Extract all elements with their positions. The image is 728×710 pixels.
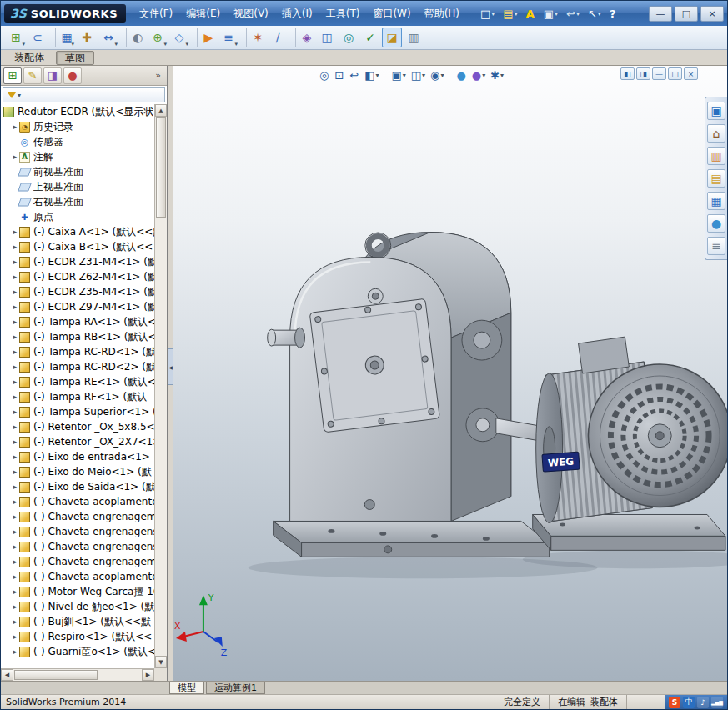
tree-item[interactable]: ▸ (-) Chaveta engrenagem: [1, 554, 154, 569]
assemblyxpert-button[interactable]: ✓: [360, 28, 380, 48]
expand-arrow-icon[interactable]: ▸: [11, 632, 19, 641]
sogou-tray-icon[interactable]: S: [669, 697, 680, 708]
tree-item[interactable]: ▸ (-) Respiro<1> (默认<<: [1, 629, 154, 644]
tree-item[interactable]: ▸ (-) ECDR Z62-M4<1> (默认: [1, 269, 154, 284]
study-tab[interactable]: 模型: [169, 682, 204, 694]
minimize-button[interactable]: —: [649, 6, 672, 22]
help-button[interactable]: ?: [607, 5, 620, 22]
menu-item[interactable]: 文件(F): [133, 3, 179, 24]
undo-button[interactable]: ↩ ▾: [564, 5, 582, 22]
expand-arrow-icon[interactable]: ▸: [11, 242, 19, 251]
expand-arrow-icon[interactable]: ▸: [11, 438, 19, 446]
tree-vertical-scrollbar[interactable]: ▲ ▼: [154, 104, 167, 668]
zoom-area-button[interactable]: ⊡: [332, 67, 347, 83]
tree-item[interactable]: ▸ (-) Eixo de entrada<1>: [1, 449, 154, 464]
large-assembly-mode-button[interactable]: ▥: [404, 28, 424, 48]
tree-horizontal-scrollbar[interactable]: ◀ ▶: [1, 668, 154, 681]
exploded-view-button[interactable]: ✶: [246, 28, 266, 48]
menu-item[interactable]: 编辑(E): [179, 3, 227, 24]
zoom-fit-button[interactable]: ◎: [317, 67, 332, 83]
tree-item[interactable]: ▸ (-) Chaveta acoplamento: [1, 569, 154, 584]
scrollbar-thumb[interactable]: [14, 670, 98, 680]
expand-arrow-icon[interactable]: ▸: [11, 302, 19, 311]
tree-item[interactable]: ▸ (-) Tampa RE<1> (默认<<: [1, 374, 154, 389]
expand-arrow-icon[interactable]: ▸: [11, 542, 19, 551]
menu-item[interactable]: 插入(I): [275, 3, 319, 24]
featuremanager-tab[interactable]: ⊞: [3, 68, 22, 84]
tree-item[interactable]: ▸ (-) Eixo do Meio<1> (默: [1, 464, 154, 479]
propertymanager-tab[interactable]: ✎: [23, 68, 42, 84]
section-view-button[interactable]: ◧ ▾: [362, 67, 381, 83]
tree-item[interactable]: ▸ (-) Chaveta engrenagens: [1, 539, 154, 554]
tree-item[interactable]: ▸ (-) Eixo de Saida<1> (默: [1, 479, 154, 494]
gear-reducer-model[interactable]: [268, 232, 550, 558]
view-orientation-button[interactable]: ▣ ▾: [389, 67, 408, 83]
menu-item[interactable]: 帮助(H): [418, 3, 466, 24]
volume-tray-icon[interactable]: ♪: [697, 697, 709, 708]
expand-arrow-icon[interactable]: ▸: [11, 378, 19, 386]
tile-windows-button[interactable]: ◨: [636, 68, 650, 80]
ime-tray-icon[interactable]: 中: [683, 697, 695, 708]
expand-arrow-icon[interactable]: ▸: [11, 288, 19, 296]
linear-component-pattern-button[interactable]: ▦ ▾: [55, 28, 75, 48]
mate-button[interactable]: ⊂: [28, 28, 48, 48]
panel-overflow-chevron[interactable]: »: [152, 70, 164, 81]
doc-minimize-button[interactable]: —: [652, 68, 666, 80]
tree-item[interactable]: 右视基准面: [1, 194, 154, 209]
tree-item[interactable]: 原点: [1, 209, 154, 224]
view-palette-tab[interactable]: ▦: [707, 192, 725, 210]
expand-arrow-icon[interactable]: ▸: [11, 482, 19, 491]
expand-arrow-icon[interactable]: ▸: [11, 122, 19, 131]
appearances-tab[interactable]: ●: [707, 214, 725, 232]
configurationmanager-tab[interactable]: ◨: [43, 68, 62, 84]
solidworks-resources-tab[interactable]: ▣: [707, 102, 725, 120]
expand-arrow-icon[interactable]: ▸: [11, 558, 19, 566]
tree-item[interactable]: ▸ (-) Retentor _Ox_5x8.5<: [1, 419, 154, 434]
tree-item[interactable]: ▸ (-) Chaveta engrenagens: [1, 524, 154, 539]
edit-appearance-button[interactable]: ●: [454, 67, 469, 83]
make-drawing-button[interactable]: A: [524, 5, 538, 22]
view-settings-button[interactable]: ✱ ▾: [488, 67, 506, 83]
scroll-left-icon[interactable]: ◀: [1, 669, 13, 681]
expand-arrow-icon[interactable]: ▸: [11, 152, 19, 161]
displaymanager-tab[interactable]: ●: [63, 68, 82, 84]
show-hidden-components-button[interactable]: ◐: [126, 28, 146, 48]
clearance-verification-button[interactable]: ◫: [317, 28, 337, 48]
cascade-windows-button[interactable]: ◧: [620, 68, 635, 80]
expand-arrow-icon[interactable]: ▸: [11, 468, 19, 476]
expand-arrow-icon[interactable]: ▸: [11, 408, 19, 416]
scrollbar-track[interactable]: [155, 218, 167, 656]
home-tab[interactable]: ⌂: [707, 124, 725, 142]
scroll-up-icon[interactable]: ▲: [155, 104, 167, 117]
scroll-down-icon[interactable]: ▼: [155, 656, 167, 668]
instant3d-button[interactable]: ◪: [382, 28, 402, 48]
tree-item[interactable]: 上视基准面: [1, 179, 154, 194]
tree-item[interactable]: ▸ (-) Tampa RA<1> (默认<<: [1, 314, 154, 329]
insert-components-button[interactable]: ⊞ ▾: [6, 28, 26, 48]
tree-item[interactable]: ▸ (-) Chaveta acoplamento: [1, 494, 154, 509]
scroll-right-icon[interactable]: ▶: [142, 669, 154, 681]
expand-arrow-icon[interactable]: ▸: [11, 602, 19, 611]
maximize-button[interactable]: □: [675, 6, 698, 22]
tree-item[interactable]: ▸ (-) Tampa RF<1> (默认: [1, 389, 154, 404]
expand-arrow-icon[interactable]: ▸: [11, 498, 19, 506]
tree-item[interactable]: ▸ (-) Nivel de 觔eo<1> (默: [1, 599, 154, 614]
scrollbar-track[interactable]: [98, 669, 142, 681]
3d-model[interactable]: WEG Y X Z: [173, 66, 727, 681]
gearbox-and-motor[interactable]: WEG: [249, 232, 727, 579]
select-button[interactable]: ↖ ▾: [585, 5, 604, 22]
print-button[interactable]: ▣ ▾: [541, 5, 560, 22]
expand-arrow-icon[interactable]: ▸: [11, 618, 19, 626]
expand-arrow-icon[interactable]: ▸: [11, 528, 19, 536]
expand-arrow-icon[interactable]: ▸: [11, 228, 19, 236]
network-tray-icon[interactable]: ▂▄▆: [711, 697, 723, 708]
apply-scene-button[interactable]: ● ▾: [469, 67, 488, 83]
filter-bar[interactable]: ▾: [3, 88, 165, 102]
expand-arrow-icon[interactable]: ▸: [11, 348, 19, 356]
tree-root-item[interactable]: Redutor ECDR (默认<显示状: [1, 104, 154, 119]
new-motion-study-button[interactable]: ▶: [197, 28, 217, 48]
tree-item[interactable]: 前视基准面: [1, 164, 154, 179]
expand-arrow-icon[interactable]: ▸: [11, 272, 19, 281]
tree-item[interactable]: ▸ (-) ECDR Z35-M4<1> (默认: [1, 284, 154, 299]
previous-view-button[interactable]: ↩: [347, 67, 362, 83]
